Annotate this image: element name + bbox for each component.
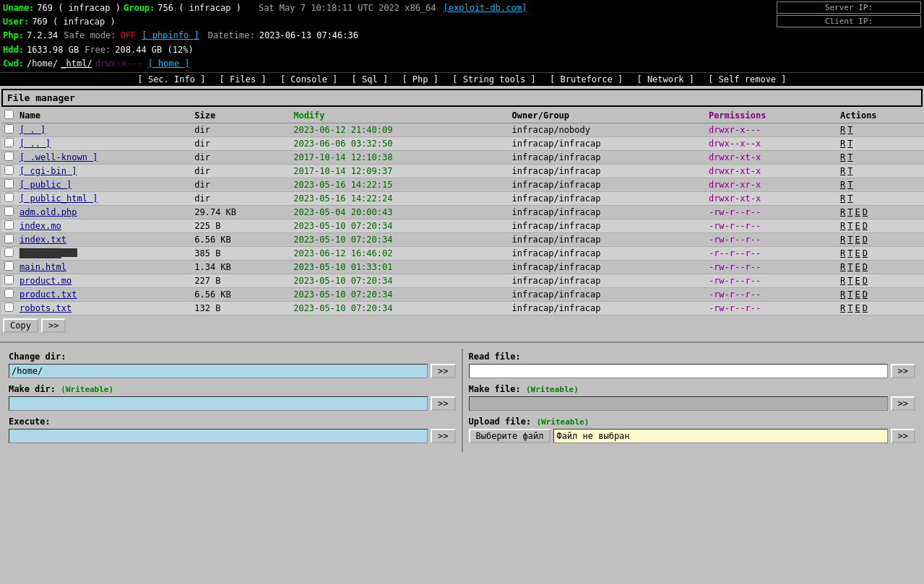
file-name-link[interactable]: main.html — [20, 262, 66, 272]
action-link-e[interactable]: E — [855, 235, 860, 245]
read-file-btn[interactable]: >> — [891, 364, 915, 378]
nav-network[interactable]: [ Network ] — [636, 74, 694, 84]
action-link-t[interactable]: T — [847, 289, 852, 300]
action-link-d[interactable]: D — [863, 276, 868, 286]
action-link-d[interactable]: D — [863, 248, 868, 258]
row-checkbox[interactable] — [4, 289, 14, 298]
action-link-e[interactable]: E — [855, 221, 860, 231]
action-link-t[interactable]: T — [847, 262, 852, 272]
nav-sql[interactable]: [ Sql ] — [352, 74, 389, 84]
row-checkbox[interactable] — [4, 302, 14, 312]
action-link-r[interactable]: R — [840, 207, 845, 217]
action-link-e[interactable]: E — [855, 289, 860, 300]
file-name-link[interactable]: [ .well-known ] — [20, 152, 98, 162]
file-perms-link[interactable]: -rw-r--r-- — [709, 262, 761, 272]
make-file-input[interactable] — [469, 396, 888, 411]
action-link-r[interactable]: R — [840, 166, 845, 176]
choose-file-btn[interactable]: Выберите файл — [469, 429, 551, 443]
action-link-e[interactable]: E — [855, 262, 860, 272]
row-checkbox[interactable] — [4, 220, 14, 230]
action-link-e[interactable]: E — [855, 207, 860, 217]
nav-string-tools[interactable]: [ String tools ] — [452, 74, 536, 84]
file-perms-link[interactable]: drwxr-xr-x — [709, 180, 761, 190]
file-name-link[interactable]: product.mo — [20, 276, 72, 286]
action-link-e[interactable]: E — [855, 248, 860, 258]
select-all-checkbox[interactable] — [4, 110, 14, 119]
action-link-t[interactable]: T — [847, 276, 852, 286]
action-link-d[interactable]: D — [863, 303, 868, 313]
file-perms-link[interactable]: -rw-r--r-- — [709, 207, 761, 217]
file-perms-link[interactable]: -rw-r--r-- — [709, 303, 761, 313]
action-link-e[interactable]: E — [855, 276, 860, 286]
upload-btn[interactable]: >> — [891, 429, 915, 443]
make-file-btn[interactable]: >> — [891, 396, 915, 411]
row-checkbox[interactable] — [4, 165, 14, 175]
row-checkbox[interactable] — [4, 248, 14, 257]
action-link-t[interactable]: T — [847, 180, 852, 190]
action-link-t[interactable]: T — [847, 248, 852, 258]
nav-self-remove[interactable]: [ Self remove ] — [708, 74, 786, 84]
action-link-d[interactable]: D — [863, 221, 868, 231]
file-name-link[interactable]: robots.txt — [20, 303, 72, 313]
action-link-r[interactable]: R — [840, 152, 845, 162]
copy-button[interactable]: Copy — [3, 318, 38, 333]
file-perms-link[interactable]: -rw-r--r-- — [709, 235, 761, 245]
row-checkbox[interactable] — [4, 124, 14, 134]
action-link-r[interactable]: R — [840, 289, 845, 300]
action-link-r[interactable]: R — [840, 235, 845, 245]
nav-php[interactable]: [ Php ] — [402, 74, 439, 84]
file-name-link[interactable]: product.txt — [20, 289, 77, 300]
action-link-t[interactable]: T — [847, 139, 852, 149]
action-link-e[interactable]: E — [855, 303, 860, 313]
action-link-t[interactable]: T — [847, 193, 852, 204]
row-checkbox[interactable] — [4, 179, 14, 188]
execute-btn[interactable]: >> — [431, 429, 455, 443]
action-link-t[interactable]: T — [847, 125, 852, 135]
action-link-r[interactable]: R — [840, 248, 845, 258]
action-link-r[interactable]: R — [840, 303, 845, 313]
file-name-link[interactable]: [ . ] — [20, 125, 46, 135]
file-perms-link[interactable]: -rw-r--r-- — [709, 289, 761, 300]
read-file-input[interactable] — [469, 364, 888, 378]
file-perms-link[interactable]: drwx--x--x — [709, 139, 761, 149]
action-link-r[interactable]: R — [840, 139, 845, 149]
cwd-html[interactable]: _html/ — [61, 57, 92, 71]
row-checkbox[interactable] — [4, 193, 14, 202]
phpinfo-link[interactable]: [ phpinfo ] — [142, 29, 199, 43]
action-link-d[interactable]: D — [863, 289, 868, 300]
file-perms-link[interactable]: drwxr-xt-x — [709, 152, 761, 162]
file-perms-link[interactable]: -rw-r--r-- — [709, 276, 761, 286]
action-link-t[interactable]: T — [847, 166, 852, 176]
row-checkbox[interactable] — [4, 234, 14, 243]
nav-files[interactable]: [ Files ] — [220, 74, 267, 84]
file-perms-link[interactable]: drwxr-xt-x — [709, 193, 761, 204]
action-link-t[interactable]: T — [847, 221, 852, 231]
nav-sec-info[interactable]: [ Sec. Info ] — [137, 74, 205, 84]
file-name-link[interactable]: [ public_html ] — [20, 193, 98, 204]
file-name-link[interactable]: index.txt — [20, 235, 66, 245]
action-link-t[interactable]: T — [847, 152, 852, 162]
action-link-d[interactable]: D — [863, 207, 868, 217]
action-link-t[interactable]: T — [847, 207, 852, 217]
cwd-home[interactable]: [ home ] — [148, 57, 190, 71]
nav-console[interactable]: [ Console ] — [280, 74, 337, 84]
action-link-r[interactable]: R — [840, 180, 845, 190]
exploit-link[interactable]: [exploit-db.com] — [444, 1, 527, 15]
row-checkbox[interactable] — [4, 275, 14, 284]
change-dir-input[interactable] — [9, 364, 428, 378]
action-link-r[interactable]: R — [840, 276, 845, 286]
file-perms-link[interactable]: drwxr-x--- — [709, 125, 761, 135]
row-checkbox[interactable] — [4, 152, 14, 161]
make-dir-btn[interactable]: >> — [431, 396, 455, 411]
action-link-r[interactable]: R — [840, 125, 845, 135]
action-link-d[interactable]: D — [863, 235, 868, 245]
file-perms-link[interactable]: -rw-r--r-- — [709, 221, 761, 231]
file-name-link[interactable]: [ public ] — [20, 180, 72, 190]
file-name-link[interactable]: [ .. ] — [20, 139, 51, 149]
action-link-r[interactable]: R — [840, 193, 845, 204]
nav-bruteforce[interactable]: [ Bruteforce ] — [550, 74, 623, 84]
action-link-d[interactable]: D — [863, 262, 868, 272]
row-checkbox[interactable] — [4, 138, 14, 147]
file-name-link[interactable]: adm.old.php — [20, 207, 77, 217]
copy-arrow-button[interactable]: >> — [41, 318, 66, 333]
